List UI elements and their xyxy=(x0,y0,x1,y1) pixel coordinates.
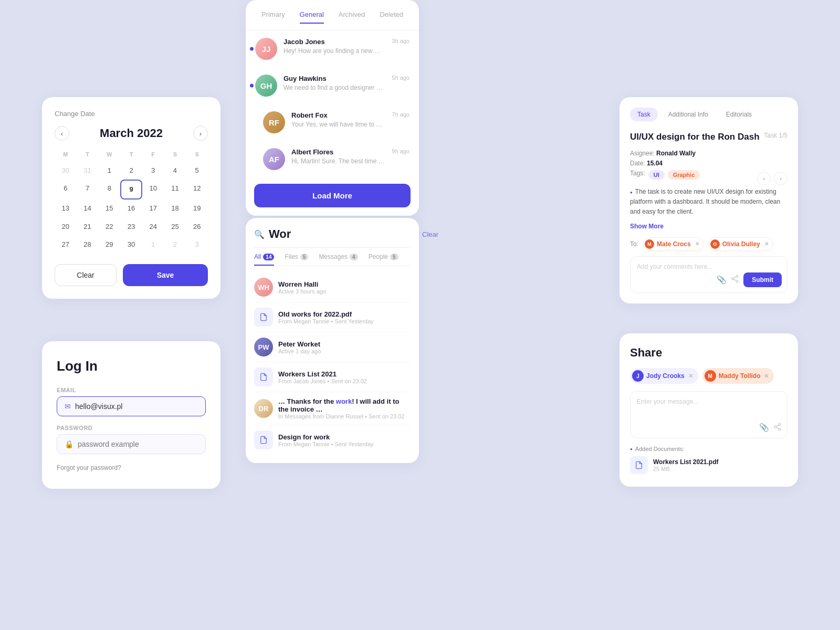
task-next-button[interactable]: › xyxy=(774,172,788,185)
cal-day[interactable]: 4 xyxy=(164,162,186,180)
cal-day[interactable]: 30 xyxy=(55,162,77,180)
assignee-avatar: O xyxy=(710,239,720,249)
search-clear-button[interactable]: Clear xyxy=(422,230,438,238)
svg-point-0 xyxy=(736,275,738,277)
load-more-button[interactable]: Load More xyxy=(254,184,411,207)
clear-button[interactable]: Clear xyxy=(55,264,117,286)
cal-day[interactable]: 21 xyxy=(77,218,99,236)
cal-day[interactable]: 2 xyxy=(120,162,142,180)
cal-day[interactable]: 18 xyxy=(164,200,186,217)
cal-day[interactable]: 29 xyxy=(98,236,120,254)
cal-day[interactable]: 7 xyxy=(77,180,99,200)
cal-day[interactable]: 19 xyxy=(186,200,208,217)
share-message-box[interactable]: Enter your message... 📎 xyxy=(630,391,788,438)
tab-archived[interactable]: Archived xyxy=(339,10,365,24)
tab-messages[interactable]: Messages 4 xyxy=(319,253,358,266)
comment-box[interactable]: Add your comments here... 📎 Submit xyxy=(630,256,788,293)
search-results: WH Worren Halli Active 3 hours ago Old w… xyxy=(254,272,411,455)
assignee-avatar: M xyxy=(645,239,654,249)
task-prev-button[interactable]: ‹ xyxy=(757,172,771,185)
tab-files[interactable]: Files 5 xyxy=(285,253,308,266)
cal-day[interactable]: 13 xyxy=(55,200,77,217)
assignee-chip-olivia[interactable]: O Olivia Dulley ✕ xyxy=(708,237,773,251)
tab-general[interactable]: General xyxy=(300,10,324,24)
tab-task[interactable]: Task xyxy=(630,108,658,121)
submit-button[interactable]: Submit xyxy=(743,272,782,287)
result-item[interactable]: WH Worren Halli Active 3 hours ago xyxy=(254,272,411,302)
tab-primary[interactable]: Primary xyxy=(261,10,285,24)
email-field-container[interactable]: ✉ xyxy=(57,396,206,416)
remove-assignee-icon[interactable]: ✕ xyxy=(695,241,699,247)
result-item[interactable]: Workers List 2021 From Jacob Jones • Sen… xyxy=(254,362,411,392)
result-sub: From Megan Tannie • Sent Yesterday xyxy=(278,441,411,447)
cal-day[interactable]: 25 xyxy=(164,218,186,236)
result-item[interactable]: Old works for 2022.pdf From Megan Tannie… xyxy=(254,302,411,332)
cal-day[interactable]: 12 xyxy=(186,180,208,200)
tab-deleted[interactable]: Deleted xyxy=(380,10,403,24)
result-item[interactable]: DR … Thanks for the work! I will add it … xyxy=(254,392,411,425)
result-name: Old works for 2022.pdf xyxy=(278,310,411,318)
cal-day[interactable]: 5 xyxy=(186,162,208,180)
tab-additional-info[interactable]: Additional Info xyxy=(661,108,716,121)
cal-day[interactable]: 11 xyxy=(164,180,186,200)
next-month-button[interactable]: › xyxy=(193,126,208,141)
svg-point-1 xyxy=(732,278,734,280)
cal-day[interactable]: 22 xyxy=(98,218,120,236)
cal-day[interactable]: 15 xyxy=(98,200,120,217)
remove-assignee-icon[interactable]: ✕ xyxy=(764,241,769,247)
share-title: Share xyxy=(630,346,788,360)
cal-day-selected[interactable]: 9 xyxy=(120,180,142,200)
assignee-chip-mate[interactable]: M Mate Crocs ✕ xyxy=(643,237,704,251)
cal-day[interactable]: 8 xyxy=(98,180,120,200)
cal-day[interactable]: 10 xyxy=(142,180,164,200)
cal-day[interactable]: 2 xyxy=(164,236,186,254)
message-item[interactable]: AF Albert Flores Hi, Martin! Sure. The b… xyxy=(246,141,419,177)
save-button[interactable]: Save xyxy=(123,264,208,286)
svg-line-4 xyxy=(734,277,737,278)
search-input[interactable] xyxy=(269,227,418,241)
tab-editorials[interactable]: Editorials xyxy=(719,108,759,121)
remove-recipient-icon[interactable]: ✕ xyxy=(764,373,769,380)
show-more-button[interactable]: Show More xyxy=(630,223,788,230)
cal-day[interactable]: 6 xyxy=(55,180,77,200)
avatar: RF xyxy=(263,111,285,133)
share-link-icon[interactable] xyxy=(773,423,782,433)
result-item[interactable]: PW Peter Worket Active 1 day ago xyxy=(254,332,411,362)
prev-month-button[interactable]: ‹ xyxy=(55,126,69,141)
message-item[interactable]: JJ Jacob Jones Hey! How are you finding … xyxy=(246,30,419,67)
forgot-password-link[interactable]: Forgot your password? xyxy=(57,464,121,471)
cal-day[interactable]: 14 xyxy=(77,200,99,217)
comment-placeholder: Add your comments here... xyxy=(637,263,781,270)
cal-day[interactable]: 20 xyxy=(55,218,77,236)
cal-day[interactable]: 30 xyxy=(120,236,142,254)
cal-day[interactable]: 27 xyxy=(55,236,77,254)
attachment-icon[interactable]: 📎 xyxy=(717,275,727,285)
recipient-chip-maddy[interactable]: M Maddy Tollido ✕ xyxy=(702,368,774,384)
cal-day[interactable]: 1 xyxy=(98,162,120,180)
password-field-container[interactable]: 🔒 xyxy=(57,434,206,454)
cal-day[interactable]: 17 xyxy=(142,200,164,217)
email-input[interactable] xyxy=(75,402,198,411)
file-icon-box xyxy=(254,308,273,327)
recipient-chip-jody[interactable]: J Jody Crooks ✕ xyxy=(630,368,698,384)
tab-people[interactable]: People 5 xyxy=(369,253,398,266)
unread-indicator xyxy=(250,47,254,51)
attachment-icon[interactable]: 📎 xyxy=(759,423,769,433)
cal-day[interactable]: 24 xyxy=(142,218,164,236)
message-item[interactable]: RF Robert Fox Your Yes, we will have tim… xyxy=(246,104,419,141)
cal-day[interactable]: 26 xyxy=(186,218,208,236)
cal-day[interactable]: 16 xyxy=(120,200,142,217)
cal-day[interactable]: 28 xyxy=(77,236,99,254)
cal-day[interactable]: 23 xyxy=(120,218,142,236)
cal-day[interactable]: 1 xyxy=(142,236,164,254)
share-icon[interactable] xyxy=(731,275,739,285)
cal-day[interactable]: 3 xyxy=(186,236,208,254)
cal-day[interactable]: 3 xyxy=(142,162,164,180)
password-input[interactable] xyxy=(78,440,198,448)
remove-recipient-icon[interactable]: ✕ xyxy=(688,373,693,380)
message-item[interactable]: GH Guy Hawkins We need to find a good de… xyxy=(246,67,419,104)
tab-all[interactable]: All 14 xyxy=(254,253,274,266)
svg-point-6 xyxy=(774,426,776,428)
cal-day[interactable]: 31 xyxy=(77,162,99,180)
result-item[interactable]: Design for work From Megan Tannie • Sent… xyxy=(254,425,411,455)
